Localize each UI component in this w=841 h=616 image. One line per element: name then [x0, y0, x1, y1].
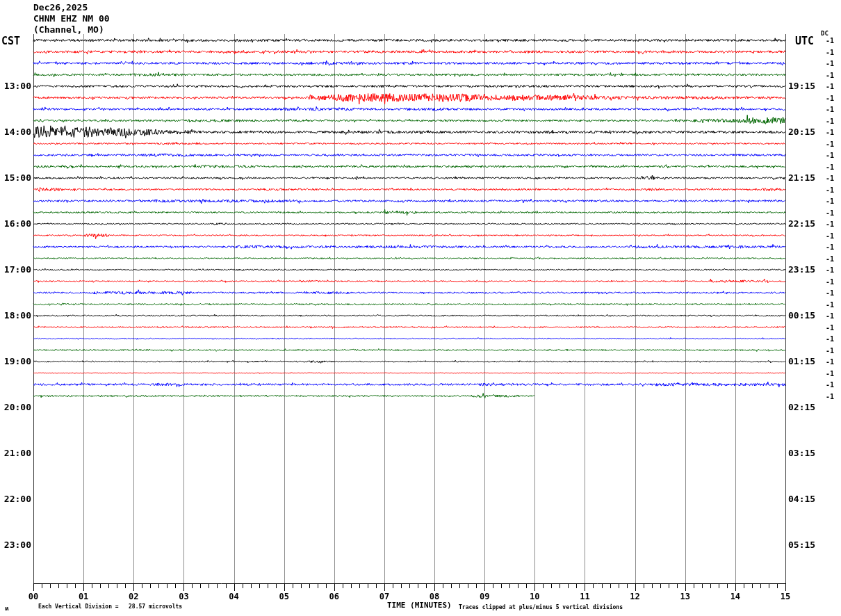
waveform-mark-icon: ʍ — [5, 605, 8, 612]
x-axis-title: TIME (MINUTES) — [387, 601, 452, 610]
right-timezone-label: UTC — [795, 35, 814, 47]
dc-offset-header: DC — [821, 30, 828, 37]
helicorder-plot-canvas — [0, 0, 841, 616]
helicorder-page: Dec26,2025 CHNM EHZ NM 00 (Channel, MO) … — [0, 0, 841, 616]
vertical-division-note: Each Vertical Division = 28.57 microvolt… — [38, 603, 182, 610]
plot-date: Dec26,2025 — [33, 2, 88, 13]
station-location: (Channel, MO) — [33, 24, 104, 35]
station-code: CHNM EHZ NM 00 — [33, 13, 110, 24]
left-timezone-label: CST — [1, 35, 20, 47]
clipping-note: Traces clipped at plus/minus 5 vertical … — [459, 604, 623, 610]
